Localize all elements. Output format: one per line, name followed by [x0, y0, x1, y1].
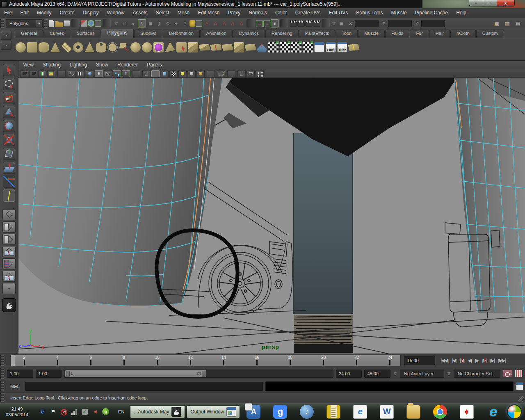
shelf-tab-fur[interactable]: Fur [410, 30, 429, 38]
animation-start-field[interactable]: 1.00 [7, 370, 33, 378]
help-mask-button[interactable]: ? [181, 19, 189, 27]
triangulate-button[interactable] [165, 42, 175, 52]
step-back-frame-button[interactable]: |◀ [450, 356, 457, 364]
menu-edit-mesh[interactable]: Edit Mesh [194, 8, 224, 18]
boolean-union-button[interactable] [130, 42, 141, 52]
y-input[interactable] [388, 20, 412, 27]
xray-button[interactable] [104, 70, 112, 77]
maya-logo-button[interactable] [2, 298, 16, 312]
word-app-icon[interactable]: W [380, 405, 394, 419]
tool-settings-button[interactable]: ▥ [503, 19, 512, 27]
current-frame-indicator[interactable] [11, 355, 15, 366]
range-start-handle[interactable] [66, 371, 70, 377]
shelf-tab-general[interactable]: General [15, 30, 43, 38]
panel-menu-lighting[interactable]: Lighting [65, 61, 91, 69]
separator[interactable] [103, 19, 111, 27]
point-mask-button[interactable]: ⊙ [164, 19, 172, 27]
hypergraph-history-button[interactable]: Hist [337, 42, 347, 52]
planar-mapping-button[interactable] [268, 42, 278, 52]
spherical-mapping-button[interactable] [291, 42, 301, 52]
google-app-icon[interactable]: g [273, 405, 287, 419]
separator[interactable] [227, 70, 235, 77]
playback-start-field[interactable]: 1.00 [36, 370, 62, 378]
cylindrical-mapping-button[interactable] [280, 42, 290, 52]
drag-handle[interactable] [0, 368, 4, 379]
separator[interactable] [247, 19, 255, 27]
render-settings-button[interactable] [313, 20, 320, 27]
paint-selection-tool[interactable] [3, 92, 15, 104]
go-to-start-button[interactable]: |◀◀ [439, 356, 449, 364]
go-to-end-button[interactable]: ▶▶| [497, 356, 507, 364]
panel-menu-shading[interactable]: Shading [38, 61, 65, 69]
extrude-button[interactable] [176, 42, 187, 52]
select-object-button[interactable] [88, 20, 94, 27]
bevel-button[interactable] [188, 42, 198, 52]
menu-normals[interactable]: Normals [244, 8, 271, 18]
shelf-tab-dynamics[interactable]: Dynamics [233, 30, 265, 38]
poly-pyramid-button[interactable] [84, 42, 95, 52]
smooth-button[interactable] [153, 42, 164, 52]
utorrent-icon[interactable]: µ [102, 408, 109, 415]
menu-proxy[interactable]: Proxy [224, 8, 245, 18]
snap-to-plane-button[interactable]: ∩ [228, 19, 237, 27]
snap-to-view-button[interactable]: ∩ [237, 19, 245, 27]
isolate-select-button[interactable] [217, 70, 225, 77]
drag-handle[interactable] [0, 19, 4, 28]
insert-edge-loop-tool-button[interactable] [348, 44, 359, 51]
time-slider[interactable]: 2 4 6 8 10 [10, 355, 401, 366]
render-current-frame-button[interactable] [297, 20, 305, 27]
layout-single-perspective[interactable] [2, 209, 16, 220]
solitaire-app-icon[interactable]: ♦ [460, 405, 474, 419]
poly-sphere-button[interactable] [16, 42, 26, 52]
play-backwards-button[interactable]: ◀ [466, 356, 472, 364]
separator[interactable] [71, 19, 80, 27]
mirror-geometry-button[interactable] [234, 42, 244, 52]
menu-display[interactable]: Display [78, 8, 103, 18]
textured-display-button[interactable] [160, 70, 169, 77]
drag-handle[interactable] [0, 381, 4, 391]
default-light-button[interactable] [178, 70, 187, 77]
shelf-tab-muscle[interactable]: Muscle [358, 30, 385, 38]
menu-bonus-tools[interactable]: Bonus Tools [352, 8, 387, 18]
taskbar-clock[interactable]: 21:49 03/05/2014 [0, 406, 34, 418]
ipr-render-button[interactable] [305, 20, 313, 27]
chevron-down-icon[interactable]: ▼ [36, 20, 42, 27]
lock-button[interactable] [189, 20, 195, 27]
separator[interactable] [57, 70, 66, 77]
outliner-button[interactable]: Outl [326, 42, 336, 52]
select-component-button[interactable] [95, 20, 101, 27]
menu-edit[interactable]: Edit [16, 8, 33, 18]
chrome-app-icon[interactable] [433, 405, 447, 419]
separator[interactable] [280, 19, 288, 27]
menu-window[interactable]: Window [103, 8, 129, 18]
output-connections-button[interactable]: → [263, 20, 270, 27]
auto-keyframe-button[interactable] [503, 370, 512, 377]
select-tool[interactable] [3, 64, 15, 76]
layout-more[interactable]: ▾ [2, 283, 16, 294]
menu-modify[interactable]: Modify [33, 8, 55, 18]
grid-mask-button[interactable]: ▦ [146, 19, 155, 27]
new-scene-button[interactable] [48, 19, 55, 27]
scroll-app-icon[interactable] [326, 405, 340, 419]
multi-component-button[interactable] [247, 70, 255, 77]
default-material-button[interactable] [142, 70, 151, 77]
select-camera-button[interactable] [20, 70, 28, 77]
menu-muscle[interactable]: Muscle [387, 8, 411, 18]
character-set-selector[interactable]: No Character Set [454, 370, 500, 378]
range-end-handle[interactable] [202, 371, 205, 377]
range-slider-bar[interactable]: 1 24 [65, 370, 206, 377]
output-window-task-button[interactable]: Output Window [187, 405, 240, 418]
symmetry-button[interactable]: ▦ [337, 19, 345, 27]
shelf-tab-rendering[interactable]: Rendering [265, 30, 299, 38]
scale-tool[interactable] [3, 134, 15, 146]
menu-create-uvs[interactable]: Create UVs [291, 8, 325, 18]
shelf-tab-polygons[interactable]: Polygons [101, 29, 133, 38]
highlight-selection-button[interactable] [196, 20, 202, 27]
step-forward-frame-button[interactable]: ▶| [489, 356, 495, 364]
rotate-tool[interactable] [3, 120, 15, 132]
snap-to-grid-button[interactable]: ∩ [203, 19, 211, 27]
anim-layer-selector[interactable]: No Anim Layer [400, 370, 444, 378]
separator[interactable] [322, 19, 330, 27]
play-forwards-button[interactable]: ▶ [474, 356, 479, 364]
universal-manipulator-tool[interactable] [3, 148, 15, 160]
